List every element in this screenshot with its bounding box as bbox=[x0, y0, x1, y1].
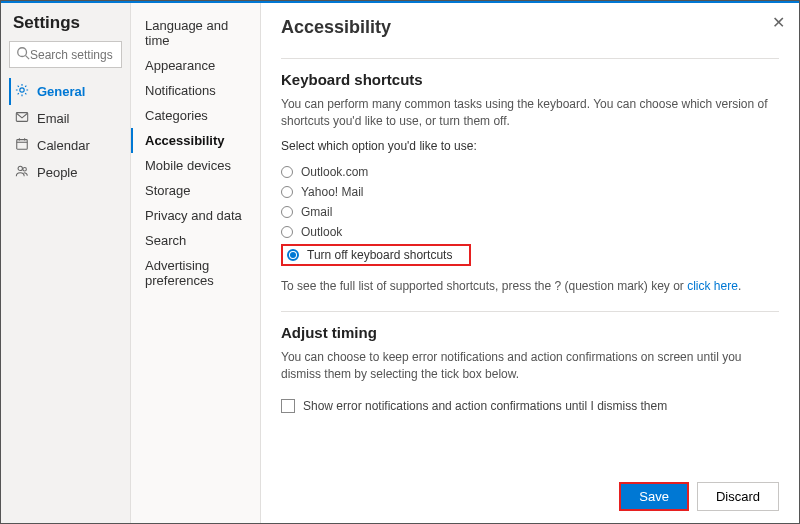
shortcuts-hint-link[interactable]: click here bbox=[687, 279, 738, 293]
shortcuts-desc: You can perform many common tasks using … bbox=[281, 96, 779, 130]
svg-line-1 bbox=[26, 56, 30, 60]
shortcuts-hint: To see the full list of supported shortc… bbox=[281, 278, 779, 295]
subnav-privacy-data[interactable]: Privacy and data bbox=[131, 203, 260, 228]
subnav-storage[interactable]: Storage bbox=[131, 178, 260, 203]
settings-subnav: Language and time Appearance Notificatio… bbox=[131, 3, 261, 523]
page-title: Accessibility bbox=[281, 17, 779, 38]
footer-actions: Save Discard bbox=[619, 482, 779, 511]
settings-sidebar: Settings General Email Calendar bbox=[1, 3, 131, 523]
category-label: General bbox=[37, 84, 85, 99]
category-email[interactable]: Email bbox=[9, 105, 122, 132]
settings-content: ✕ Accessibility Keyboard shortcuts You c… bbox=[261, 3, 799, 523]
subnav-advertising[interactable]: Advertising preferences bbox=[131, 253, 260, 293]
subnav-language-time[interactable]: Language and time bbox=[131, 13, 260, 53]
radio-icon bbox=[281, 226, 293, 238]
svg-point-2 bbox=[20, 88, 24, 92]
search-input[interactable] bbox=[30, 48, 115, 62]
shortcuts-heading: Keyboard shortcuts bbox=[281, 71, 779, 88]
radio-label: Turn off keyboard shortcuts bbox=[307, 248, 452, 262]
close-icon[interactable]: ✕ bbox=[772, 13, 785, 32]
search-box[interactable] bbox=[9, 41, 122, 68]
radio-turn-off-shortcuts[interactable]: Turn off keyboard shortcuts bbox=[281, 244, 471, 266]
category-label: Calendar bbox=[37, 138, 90, 153]
radio-yahoo-mail[interactable]: Yahoo! Mail bbox=[281, 182, 779, 202]
divider bbox=[281, 58, 779, 59]
radio-label: Yahoo! Mail bbox=[301, 185, 363, 199]
subnav-search[interactable]: Search bbox=[131, 228, 260, 253]
category-people[interactable]: People bbox=[9, 159, 122, 186]
mail-icon bbox=[15, 110, 31, 127]
radio-label: Gmail bbox=[301, 205, 332, 219]
calendar-icon bbox=[15, 137, 31, 154]
category-label: People bbox=[37, 165, 77, 180]
subnav-categories[interactable]: Categories bbox=[131, 103, 260, 128]
timing-heading: Adjust timing bbox=[281, 324, 779, 341]
checkbox-label: Show error notifications and action conf… bbox=[303, 399, 667, 413]
svg-point-0 bbox=[18, 48, 27, 57]
timing-desc: You can choose to keep error notificatio… bbox=[281, 349, 779, 383]
category-label: Email bbox=[37, 111, 70, 126]
radio-icon bbox=[287, 249, 299, 261]
svg-point-9 bbox=[23, 168, 27, 172]
timing-checkbox[interactable]: Show error notifications and action conf… bbox=[281, 399, 779, 413]
category-general[interactable]: General bbox=[9, 78, 122, 105]
checkbox-icon bbox=[281, 399, 295, 413]
radio-icon bbox=[281, 166, 293, 178]
radio-outlook-com[interactable]: Outlook.com bbox=[281, 162, 779, 182]
subnav-appearance[interactable]: Appearance bbox=[131, 53, 260, 78]
radio-gmail[interactable]: Gmail bbox=[281, 202, 779, 222]
people-icon bbox=[15, 164, 31, 181]
radio-outlook[interactable]: Outlook bbox=[281, 222, 779, 242]
gear-icon bbox=[15, 83, 31, 100]
radio-label: Outlook.com bbox=[301, 165, 368, 179]
subnav-notifications[interactable]: Notifications bbox=[131, 78, 260, 103]
discard-button[interactable]: Discard bbox=[697, 482, 779, 511]
subnav-accessibility[interactable]: Accessibility bbox=[131, 128, 260, 153]
svg-point-8 bbox=[18, 166, 22, 170]
save-button[interactable]: Save bbox=[619, 482, 689, 511]
svg-rect-4 bbox=[17, 140, 28, 150]
search-icon bbox=[16, 46, 30, 63]
radio-icon bbox=[281, 186, 293, 198]
subnav-mobile-devices[interactable]: Mobile devices bbox=[131, 153, 260, 178]
radio-label: Outlook bbox=[301, 225, 342, 239]
category-calendar[interactable]: Calendar bbox=[9, 132, 122, 159]
shortcuts-prompt: Select which option you'd like to use: bbox=[281, 138, 779, 155]
divider bbox=[281, 311, 779, 312]
radio-icon bbox=[281, 206, 293, 218]
settings-title: Settings bbox=[9, 13, 122, 33]
